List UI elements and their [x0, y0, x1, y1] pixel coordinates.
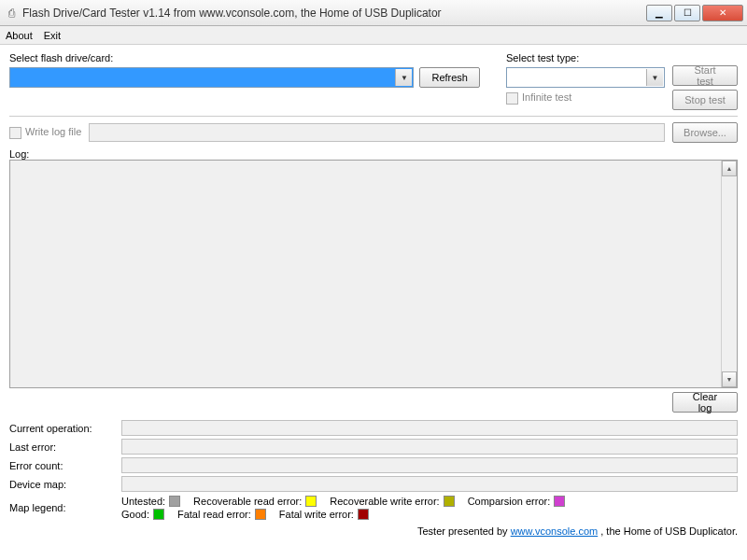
legend-swatch	[305, 496, 317, 507]
select-drive-label: Select flash drive/card:	[9, 52, 480, 63]
device-map-field	[121, 476, 738, 492]
write-log-label: Write log file	[25, 126, 81, 137]
map-legend-label: Map legend:	[9, 502, 121, 513]
scroll-down-icon[interactable]: ▼	[722, 371, 737, 387]
drive-dropdown[interactable]: ▼	[9, 67, 414, 88]
clear-log-button[interactable]: Clear log	[672, 392, 738, 413]
legend-item: Recoverable read error:	[193, 496, 317, 507]
menu-exit[interactable]: Exit	[44, 30, 61, 41]
current-operation-field	[121, 420, 738, 436]
legend-item-label: Good:	[121, 509, 149, 520]
infinite-test-checkbox[interactable]	[506, 92, 518, 105]
legend-swatch	[444, 496, 455, 507]
stop-test-button[interactable]: Stop test	[672, 90, 738, 110]
write-log-checkbox[interactable]	[9, 127, 21, 139]
last-error-label: Last error:	[9, 441, 121, 453]
log-path-input[interactable]	[89, 123, 665, 142]
legend-swatch	[255, 509, 266, 520]
legend-item-label: Untested:	[121, 496, 165, 507]
chevron-down-icon: ▼	[646, 69, 663, 86]
footer-link[interactable]: www.vconsole.com	[511, 525, 599, 537]
titlebar: ⎙ Flash Drive/Card Tester v1.14 from www…	[0, 0, 747, 26]
last-error-field	[121, 439, 738, 455]
test-type-dropdown[interactable]: ▼	[506, 67, 665, 88]
scrollbar[interactable]: ▲ ▼	[721, 161, 737, 387]
refresh-button[interactable]: Refresh	[419, 67, 480, 88]
window-controls: ▁ ☐ ✕	[646, 5, 743, 21]
legend-item: Good:	[121, 509, 164, 520]
error-count-field	[121, 457, 738, 473]
legend-item-label: Fatal write error:	[279, 509, 354, 520]
legend-swatch	[358, 509, 369, 520]
error-count-label: Error count:	[9, 460, 121, 471]
legend-item: Fatal read error:	[177, 509, 266, 520]
browse-button[interactable]: Browse...	[672, 122, 738, 143]
chevron-down-icon: ▼	[395, 69, 412, 86]
start-test-button[interactable]: Start test	[672, 65, 738, 86]
device-map-label: Device map:	[9, 479, 121, 490]
select-test-label: Select test type:	[506, 52, 665, 63]
menu-about[interactable]: About	[6, 30, 33, 41]
log-label: Log:	[9, 148, 29, 160]
legend-item-label: Comparsion error:	[468, 496, 551, 507]
legend-item-label: Recoverable read error:	[193, 496, 302, 507]
minimize-button[interactable]: ▁	[646, 5, 672, 21]
current-operation-label: Current operation:	[9, 423, 121, 434]
app-icon: ⎙	[4, 6, 19, 21]
scroll-up-icon[interactable]: ▲	[722, 161, 737, 176]
footer-text: Tester presented by www.vconsole.com , t…	[9, 525, 738, 537]
legend-swatch	[169, 496, 180, 507]
legend-item-label: Fatal read error:	[177, 509, 251, 520]
close-button[interactable]: ✕	[702, 5, 743, 21]
legend-swatch	[153, 509, 164, 520]
legend-item-label: Recoverable write error:	[330, 496, 439, 507]
legend-item: Comparsion error:	[468, 496, 566, 507]
maximize-button[interactable]: ☐	[674, 5, 700, 21]
window-title: Flash Drive/Card Tester v1.14 from www.v…	[22, 7, 646, 20]
legend-item: Recoverable write error:	[330, 496, 454, 507]
log-textarea[interactable]: ▲ ▼	[9, 160, 738, 388]
menubar: About Exit	[0, 26, 747, 45]
infinite-test-label: Infinite test	[522, 91, 571, 103]
legend-item: Fatal write error:	[279, 509, 369, 520]
legend-item: Untested:	[121, 496, 180, 507]
legend-swatch	[554, 496, 565, 507]
